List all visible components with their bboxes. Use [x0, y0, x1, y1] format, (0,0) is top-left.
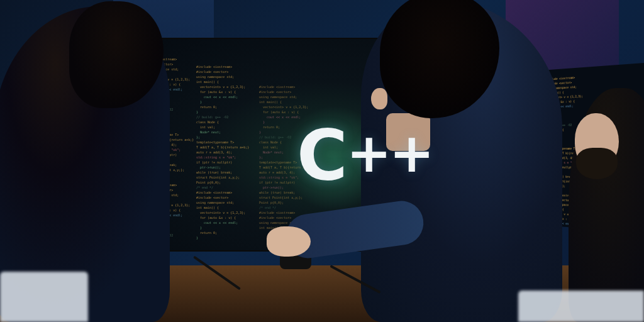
beard	[576, 148, 618, 179]
logo-plus-plus: ++	[347, 121, 432, 184]
hand	[267, 226, 311, 257]
foreground-blur	[0, 272, 88, 322]
foreground-blur	[518, 291, 644, 322]
head	[69, 1, 164, 108]
photo-scene: #include <iostream>#include <vector>usin…	[0, 0, 644, 322]
logo-letter-c: C	[297, 115, 345, 196]
head	[380, 0, 499, 118]
person-right	[569, 88, 644, 322]
ear	[371, 88, 387, 109]
